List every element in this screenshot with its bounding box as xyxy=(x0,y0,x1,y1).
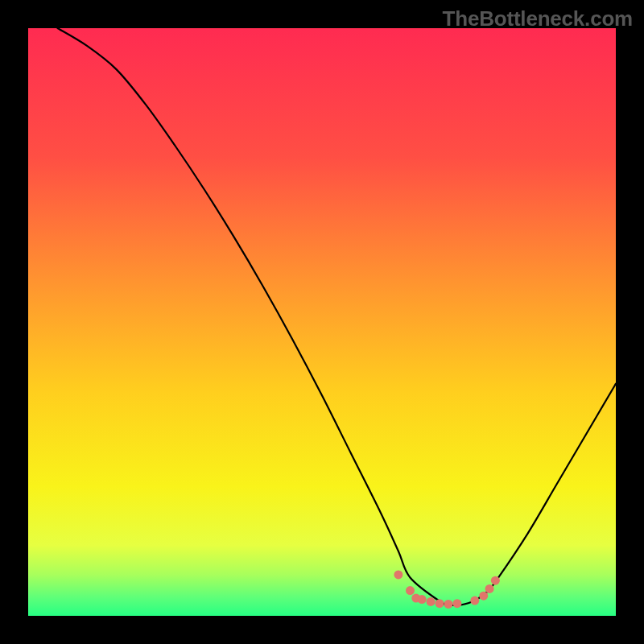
marker-dot xyxy=(444,600,452,609)
curve-layer xyxy=(28,28,616,616)
plot-area xyxy=(28,28,616,616)
bottleneck-curve xyxy=(58,28,617,605)
marker-dot xyxy=(394,570,402,579)
marker-dot xyxy=(479,592,488,601)
marker-dot xyxy=(418,595,427,604)
marker-dot xyxy=(436,599,444,608)
marker-dot xyxy=(485,584,494,593)
marker-dot xyxy=(427,597,436,606)
marker-dot xyxy=(470,597,479,605)
chart-canvas: TheBottleneck.com xyxy=(0,0,644,644)
marker-dot xyxy=(406,586,415,595)
marker-dot xyxy=(452,599,461,608)
marker-dot xyxy=(491,576,500,585)
watermark-text: TheBottleneck.com xyxy=(443,6,633,31)
